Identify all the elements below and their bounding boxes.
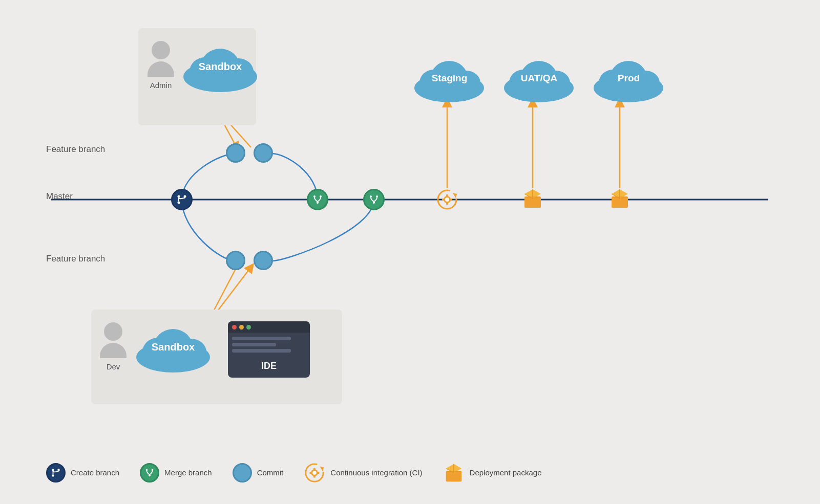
svg-rect-46 [450,199,452,201]
svg-point-35 [317,202,319,204]
legend: Create branch Merge branch Commit [46,462,541,484]
ide-body [228,333,310,357]
legend-ci-icon [304,462,325,484]
dev-person-body [100,343,127,358]
svg-point-57 [52,469,54,471]
ide-window: IDE [228,321,310,378]
ide-label: IDE [228,361,310,371]
svg-point-30 [184,195,186,198]
svg-point-58 [57,469,60,471]
legend-commit-text: Commit [257,468,284,478]
ci-node [436,188,458,211]
ide-line-2 [232,343,276,346]
dev-sandbox-label: Sandbox [152,341,195,353]
staging-cloud: Staging [410,51,489,105]
ide-dot-yellow [239,325,244,330]
prod-cloud: Prod [589,51,668,105]
feature-top-commit-1 [226,143,245,163]
uatqa-cloud: UAT/QA [499,51,579,105]
legend-branch-icon [46,463,66,483]
svg-point-42 [445,198,449,202]
legend-create-branch-text: Create branch [71,468,119,478]
svg-rect-43 [446,194,448,197]
svg-point-61 [146,469,148,471]
legend-deploy-text: Deployment package [470,468,542,478]
legend-merge-branch: Merge branch [140,463,212,483]
dev-label: Dev [107,362,120,371]
ide-dot-green [246,325,251,330]
diagram-container: Admin Sandbox Dev Sandbox [0,0,820,504]
legend-merge-icon [140,463,159,483]
ide-titlebar [228,321,310,333]
svg-point-63 [149,475,151,477]
admin-person-head [152,41,170,59]
master-label: Master [46,191,73,202]
admin-label: Admin [150,81,172,90]
feature-top-commit-2 [254,143,273,163]
svg-point-34 [320,195,322,198]
legend-merge-branch-text: Merge branch [164,468,212,478]
admin-person-body [148,61,174,77]
svg-point-62 [152,469,154,471]
admin-sandbox-cloud: Sandbox [179,38,261,95]
feature-branch-top-label: Feature branch [46,144,105,155]
dev-person-head [104,322,122,341]
uatqa-label: UAT/QA [521,73,557,84]
legend-create-branch: Create branch [46,463,119,483]
dev-sandbox-cloud: Sandbox [132,319,214,375]
svg-point-59 [52,474,54,477]
svg-marker-40 [453,191,458,198]
create-branch-node [171,189,193,210]
dev-person: Dev [100,322,127,371]
svg-point-33 [313,195,316,198]
ide-line-3 [232,349,291,353]
svg-rect-44 [446,202,448,205]
svg-rect-69 [313,475,316,478]
svg-rect-71 [317,472,320,474]
legend-deploy: Deployment package [443,462,542,484]
feature-bottom-commit-1 [226,251,245,270]
deploy-node-2 [608,187,631,210]
svg-rect-68 [313,468,316,470]
svg-rect-70 [310,472,312,474]
merge-node-1 [307,189,328,210]
ide-line-1 [232,337,291,340]
svg-marker-65 [320,465,326,472]
feature-branch-bottom-label: Feature branch [46,254,105,264]
svg-point-38 [373,202,375,204]
merge-node-2 [363,189,385,210]
svg-rect-45 [442,199,445,201]
staging-label: Staging [432,73,468,84]
legend-commit-icon [233,463,252,483]
feature-bottom-commit-2 [254,251,273,270]
svg-point-36 [370,195,372,198]
legend-deploy-icon [443,462,465,484]
admin-sandbox-label: Sandbox [199,61,242,73]
svg-point-29 [178,195,180,198]
admin-person: Admin [148,41,174,90]
svg-point-31 [178,202,180,204]
legend-commit: Commit [233,463,284,483]
ide-dot-red [232,325,237,330]
legend-ci: Continuous integration (CI) [304,462,422,484]
legend-ci-text: Continuous integration (CI) [330,468,422,478]
svg-point-37 [376,195,378,198]
deploy-node-1 [521,187,544,210]
prod-label: Prod [618,73,640,84]
svg-point-67 [312,471,317,475]
